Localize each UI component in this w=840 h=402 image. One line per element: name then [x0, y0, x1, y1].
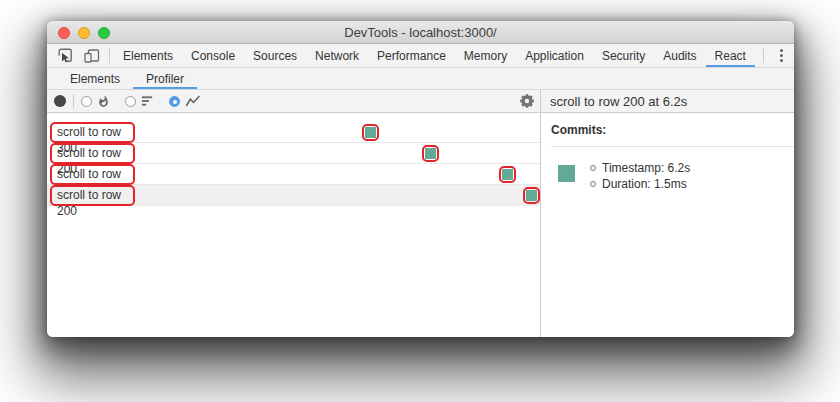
- commit-square-icon: [526, 190, 537, 201]
- commit-marker[interactable]: [422, 145, 439, 162]
- interaction-label[interactable]: scroll to row 200: [50, 143, 135, 164]
- minimize-button[interactable]: [78, 27, 90, 39]
- commit-detail-item: Timestamp: 6.2s: [587, 160, 690, 176]
- interaction-label[interactable]: scroll to row 200: [50, 185, 135, 206]
- device-toolbar-icon: [84, 49, 100, 63]
- profiler-toolbar: [47, 90, 540, 113]
- window-title: DevTools - localhost:3000/: [344, 25, 496, 40]
- tab-elements[interactable]: Elements: [114, 44, 182, 67]
- commit-marker[interactable]: [523, 187, 540, 204]
- inspect-cursor-icon: [58, 48, 74, 63]
- devtools-window: DevTools - localhost:3000/: [47, 21, 794, 337]
- close-button[interactable]: [58, 27, 70, 39]
- tab-memory[interactable]: Memory: [455, 44, 516, 67]
- commit-entry[interactable]: Timestamp: 6.2sDuration: 1.5ms: [551, 160, 794, 192]
- flamegraph-radio[interactable]: [81, 96, 92, 107]
- commits-heading: Commits:: [551, 123, 794, 137]
- interactions-radio[interactable]: [169, 96, 180, 107]
- sub-tab-profiler[interactable]: Profiler: [133, 68, 197, 89]
- interaction-label[interactable]: scroll to row 300: [50, 164, 135, 185]
- commit-square-icon: [365, 127, 376, 138]
- main-tab-list: ElementsConsoleSourcesNetworkPerformance…: [114, 44, 755, 67]
- interaction-label[interactable]: scroll to row 300: [50, 122, 135, 143]
- tab-performance[interactable]: Performance: [368, 44, 455, 67]
- interaction-row[interactable]: scroll to row 200: [47, 185, 540, 206]
- traffic-lights: [58, 27, 110, 39]
- toolbar-divider: [109, 48, 110, 63]
- gear-icon: [520, 94, 534, 108]
- tab-network[interactable]: Network: [306, 44, 368, 67]
- record-button[interactable]: [54, 95, 66, 107]
- tab-audits[interactable]: Audits: [654, 44, 705, 67]
- commit-detail-item: Duration: 1.5ms: [587, 176, 690, 192]
- interaction-row[interactable]: scroll to row 300: [47, 164, 540, 185]
- ranked-radio[interactable]: [125, 96, 136, 107]
- profiler-right-panel: scroll to row 200 at 6.2s Commits: Times…: [541, 90, 794, 337]
- selected-interaction-header: scroll to row 200 at 6.2s: [541, 90, 794, 113]
- interaction-row[interactable]: scroll to row 200: [47, 143, 540, 164]
- zoom-button[interactable]: [98, 27, 110, 39]
- interaction-row[interactable]: scroll to row 300: [47, 122, 540, 143]
- commit-square-icon: [502, 169, 513, 180]
- interactions-list: scroll to row 300scroll to row 200scroll…: [47, 113, 540, 337]
- commits-divider: [551, 146, 794, 147]
- desktop-background: DevTools - localhost:3000/: [0, 0, 840, 402]
- toolbar-divider: [763, 48, 764, 63]
- settings-button[interactable]: [520, 94, 534, 108]
- sub-tab-elements[interactable]: Elements: [57, 68, 133, 89]
- commit-swatch-icon[interactable]: [558, 165, 575, 182]
- tab-react[interactable]: React: [706, 44, 755, 67]
- more-options-button[interactable]: [768, 44, 794, 67]
- toolbar-divider: [73, 94, 74, 108]
- titlebar[interactable]: DevTools - localhost:3000/: [47, 21, 794, 44]
- tab-application[interactable]: Application: [516, 44, 593, 67]
- tab-sources[interactable]: Sources: [244, 44, 306, 67]
- commit-details-list: Timestamp: 6.2sDuration: 1.5ms: [587, 160, 690, 192]
- commit-square-icon: [425, 148, 436, 159]
- inspect-element-button[interactable]: [53, 44, 79, 67]
- interactions-chart-icon[interactable]: [185, 94, 201, 108]
- react-sub-tab-bar: ElementsProfiler: [47, 68, 794, 90]
- tab-console[interactable]: Console: [182, 44, 244, 67]
- device-toolbar-button[interactable]: [79, 44, 105, 67]
- flame-icon[interactable]: [97, 95, 110, 108]
- commit-marker[interactable]: [499, 166, 516, 183]
- commit-marker[interactable]: [362, 124, 379, 141]
- commits-panel: Commits: Timestamp: 6.2sDuration: 1.5ms: [541, 113, 794, 337]
- ranked-bars-icon[interactable]: [141, 95, 154, 107]
- profiler-main: scroll to row 300scroll to row 200scroll…: [47, 90, 794, 337]
- kebab-menu-icon: [780, 49, 783, 52]
- tab-security[interactable]: Security: [593, 44, 654, 67]
- main-tab-bar: ElementsConsoleSourcesNetworkPerformance…: [47, 44, 794, 68]
- profiler-left-panel: scroll to row 300scroll to row 200scroll…: [47, 90, 541, 337]
